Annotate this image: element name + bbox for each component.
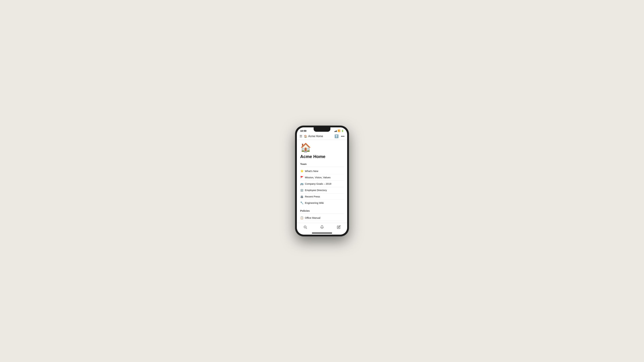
page-title: Acme Home <box>300 154 344 159</box>
team-section-header: Team <box>300 163 344 167</box>
office-manual-icon: 📋 <box>300 216 304 219</box>
notch <box>314 127 330 132</box>
compose-tab[interactable] <box>334 225 344 231</box>
recent-press-label: Recent Press <box>305 195 320 198</box>
status-icons: 📶 🔋 <box>334 130 344 132</box>
nav-title: Acme Home <box>308 135 323 138</box>
office-manual-label: Office Manual <box>305 216 320 219</box>
page-content: 🏠 Acme Home Team ⭐ What's New 🚩 Mission,… <box>297 140 347 223</box>
wifi-icon: 📶 <box>338 130 340 132</box>
engineering-wiki-icon: 🔧 <box>300 201 304 204</box>
mission-label: Mission, Vision, Values <box>305 176 330 179</box>
more-options-icon[interactable]: ••• <box>341 134 344 138</box>
search-icon <box>304 225 307 230</box>
home-indicator <box>297 231 347 235</box>
list-item[interactable]: 🚩 Mission, Vision, Values <box>300 174 344 181</box>
search-tab[interactable] <box>300 225 310 231</box>
phone-device: 10:59 📶 🔋 ☰ 🏠 Acme <box>295 126 349 236</box>
battery-icon: 🔋 <box>341 130 344 132</box>
notifications-tab[interactable] <box>317 225 327 231</box>
employee-directory-icon: 🏢 <box>300 189 304 192</box>
whats-new-label: What's New <box>305 170 318 172</box>
policies-section-header: Policies <box>300 209 344 214</box>
phone-screen: 10:59 📶 🔋 ☰ 🏠 Acme <box>297 127 347 235</box>
share-icon[interactable]: ⬆️ <box>334 134 338 138</box>
list-item[interactable]: 🚌 Company Goals – 2019 <box>300 181 344 187</box>
company-goals-label: Company Goals – 2019 <box>305 182 332 185</box>
list-item[interactable]: 📋 Office Manual <box>300 215 344 221</box>
list-item[interactable]: 🔧 Engineering Wiki <box>300 200 344 206</box>
whats-new-icon: ⭐ <box>300 169 304 173</box>
list-item[interactable]: 🖨️ Recent Press <box>300 193 344 200</box>
list-item[interactable]: 🏢 Employee Directory <box>300 187 344 193</box>
team-section: Team ⭐ What's New 🚩 Mission, Vision, Val… <box>300 163 344 206</box>
list-item[interactable]: ⭐ What's New <box>300 168 344 174</box>
employee-directory-label: Employee Directory <box>305 189 327 192</box>
bell-icon <box>320 225 324 230</box>
compose-icon <box>337 225 340 230</box>
policies-section: Policies 📋 Office Manual 🚗 Vacation Poli… <box>300 209 344 223</box>
page-emoji: 🏠 <box>300 142 344 153</box>
svg-line-1 <box>306 228 307 229</box>
recent-press-icon: 🖨️ <box>300 195 304 198</box>
list-item[interactable]: 🚗 Vacation Policy <box>300 221 344 223</box>
engineering-wiki-label: Engineering Wiki <box>305 201 324 204</box>
status-time: 10:59 <box>300 129 306 132</box>
nav-page-emoji: 🏠 <box>304 135 307 138</box>
mission-icon: 🚩 <box>300 176 304 179</box>
company-goals-icon: 🚌 <box>300 182 304 185</box>
home-bar <box>312 233 332 233</box>
signal-bars-icon <box>334 130 337 132</box>
tab-bar <box>297 223 347 231</box>
hamburger-menu-icon[interactable]: ☰ <box>300 134 302 138</box>
nav-bar: ☰ 🏠 Acme Home ⬆️ ••• <box>297 133 347 140</box>
